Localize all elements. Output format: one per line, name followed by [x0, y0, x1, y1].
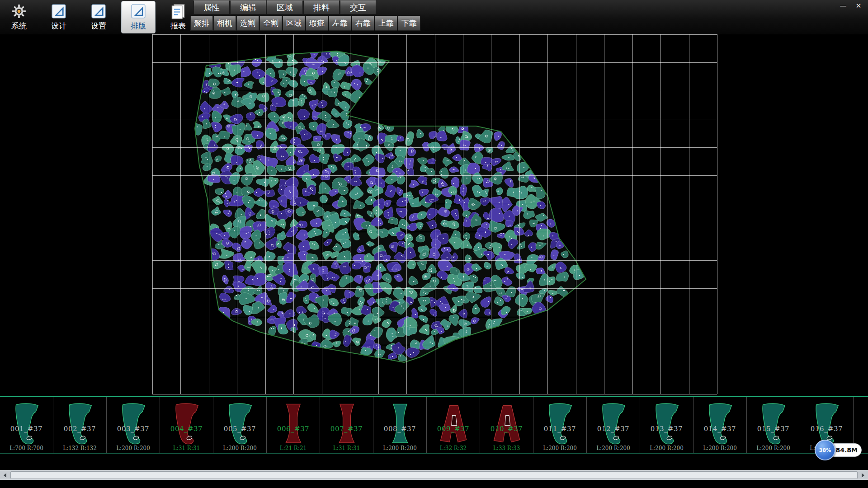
part-thumbnail[interactable]: 004_#37L:31 R:31: [160, 397, 213, 453]
menu-tab[interactable]: 排料: [303, 0, 340, 14]
part-lr-label: L:200 R:200: [587, 445, 640, 451]
nesting-canvas[interactable]: [0, 34, 868, 396]
main-toolbar: 系统设计设置排版报表: [2, 1, 195, 33]
parts-strip: 001_#37L:700 R:700002_#37L:132 R:132003_…: [0, 396, 868, 454]
part-id-label: 006_#37: [267, 425, 320, 433]
part-id-label: 007_#37: [320, 425, 373, 433]
part-shape: [648, 399, 686, 449]
part-lr-label: L:200 R:200: [373, 445, 426, 451]
part-id-label: 016_#37: [800, 425, 853, 433]
part-id-label: 009_#37: [427, 425, 480, 433]
tool-button[interactable]: 区域: [283, 16, 305, 31]
part-lr-label: L:200 R:200: [107, 445, 160, 451]
tool-button[interactable]: 相机: [213, 16, 236, 31]
tool-button[interactable]: 上靠: [375, 16, 397, 31]
part-shape: [701, 399, 739, 449]
part-lr-label: L:132 R:132: [53, 445, 106, 451]
part-id-label: 015_#37: [747, 425, 800, 433]
part-lr-label: L:200 R:200: [213, 445, 266, 451]
menu-tab[interactable]: 属性: [193, 0, 230, 14]
menu-tab[interactable]: 编辑: [230, 0, 266, 14]
part-id-label: 012_#37: [587, 425, 640, 433]
part-shape: [114, 399, 152, 449]
main-toolbar-button[interactable]: 设置: [81, 1, 116, 33]
main-toolbar-button[interactable]: 设计: [42, 1, 76, 33]
tool-button[interactable]: 左靠: [329, 16, 351, 31]
part-shape: [541, 399, 579, 449]
part-shape: [328, 399, 366, 449]
tool-button[interactable]: 瑕疵: [306, 16, 328, 31]
part-id-label: 003_#37: [107, 425, 160, 433]
part-shape: [434, 399, 472, 449]
part-id-label: 008_#37: [373, 425, 426, 433]
part-shape: [221, 399, 259, 449]
left-triangle-icon: [4, 473, 6, 478]
part-thumbnail[interactable]: 009_#37L:32 R:32: [427, 397, 480, 453]
part-lr-label: L:33 R:33: [480, 445, 533, 451]
part-thumbnail[interactable]: 012_#37L:200 R:200: [587, 397, 640, 453]
horizontal-scrollbar[interactable]: [0, 470, 868, 480]
part-thumbnail[interactable]: 007_#37L:31 R:31: [320, 397, 373, 453]
right-triangle-icon: [862, 473, 864, 478]
close-button[interactable]: ✕: [852, 1, 865, 11]
part-lr-label: L:31 R:31: [320, 445, 373, 451]
part-id-label: 001_#37: [0, 425, 53, 433]
part-thumbnail[interactable]: 013_#37L:200 R:200: [640, 397, 693, 453]
part-shape: [755, 399, 793, 449]
scrollbar-thumb[interactable]: [10, 471, 858, 479]
menu-tab[interactable]: 区域: [267, 0, 303, 14]
part-shape: [61, 399, 99, 449]
header: 系统设计设置排版报表 属性编辑区域排料交互 聚排相机选割全割区域瑕疵左靠右靠上靠…: [0, 0, 868, 34]
part-lr-label: L:31 R:31: [160, 445, 213, 451]
part-thumbnail[interactable]: 003_#37L:200 R:200: [107, 397, 160, 453]
scroll-left-arrow[interactable]: [0, 470, 10, 480]
part-lr-label: L:32 R:32: [427, 445, 480, 451]
main-toolbar-label: 设计: [51, 21, 66, 31]
main-toolbar-button[interactable]: 系统: [2, 1, 36, 33]
tool-button[interactable]: 右靠: [352, 16, 374, 31]
progress-value: 38%: [819, 447, 831, 453]
part-thumbnail[interactable]: 002_#37L:132 R:132: [53, 397, 107, 453]
tool-button[interactable]: 聚排: [190, 16, 213, 31]
progress-badge: 38%: [815, 440, 835, 460]
minimize-button[interactable]: —: [836, 1, 850, 11]
main-toolbar-label: 报表: [170, 21, 186, 31]
menu-tab[interactable]: 交互: [340, 0, 376, 14]
menu-bar: 属性编辑区域排料交互: [193, 0, 376, 14]
main-toolbar-button[interactable]: 排版: [121, 1, 156, 33]
part-lr-label: L:21 R:21: [267, 445, 320, 451]
tool-button[interactable]: 下靠: [398, 16, 420, 31]
part-shape: [488, 399, 526, 449]
part-thumbnail[interactable]: 005_#37L:200 R:200: [213, 397, 267, 453]
part-thumbnail[interactable]: 001_#37L:700 R:700: [0, 397, 53, 453]
part-lr-label: L:200 R:200: [640, 445, 693, 451]
part-lr-label: L:200 R:200: [533, 445, 586, 451]
part-thumbnail[interactable]: 015_#37L:200 R:200: [747, 397, 800, 453]
part-thumbnail[interactable]: 008_#37L:200 R:200: [373, 397, 427, 453]
part-id-label: 005_#37: [213, 425, 266, 433]
part-lr-label: L:200 R:200: [747, 445, 800, 451]
part-thumbnail[interactable]: 010_#37L:33 R:33: [480, 397, 533, 453]
tool-button[interactable]: 全割: [259, 16, 282, 31]
part-id-label: 014_#37: [693, 425, 746, 433]
part-thumbnail[interactable]: 014_#37L:200 R:200: [693, 397, 747, 453]
part-id-label: 011_#37: [533, 425, 586, 433]
triangle-ruler-icon: [130, 3, 146, 19]
tool-button[interactable]: 选割: [236, 16, 259, 31]
part-shape: [168, 399, 206, 449]
part-thumbnail[interactable]: 006_#37L:21 R:21: [267, 397, 320, 453]
part-thumbnail[interactable]: 011_#37L:200 R:200: [533, 397, 587, 453]
app-window: 系统设计设置排版报表 属性编辑区域排料交互 聚排相机选割全割区域瑕疵左靠右靠上靠…: [0, 0, 868, 488]
report-icon: [170, 3, 186, 19]
part-shape: [8, 399, 46, 449]
part-lr-label: L:700 R:700: [0, 445, 53, 451]
scroll-right-arrow[interactable]: [858, 470, 868, 480]
gear-icon: [11, 3, 27, 19]
part-shape: [594, 399, 632, 449]
main-toolbar-label: 系统: [11, 21, 27, 31]
tool-row: 聚排相机选割全割区域瑕疵左靠右靠上靠下靠: [190, 16, 420, 31]
triangle-ruler-icon: [51, 3, 67, 19]
window-controls: — ✕: [836, 1, 865, 11]
main-toolbar-label: 设置: [91, 21, 106, 31]
part-shape: [274, 399, 312, 449]
